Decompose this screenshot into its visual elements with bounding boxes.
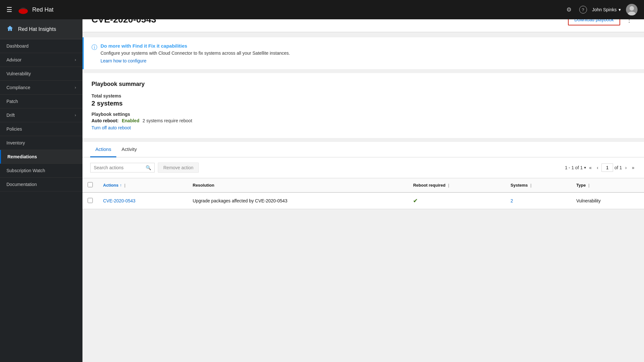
chevron-right-icon-drift: › xyxy=(75,113,76,117)
sidebar-item-vulnerability[interactable]: Vulnerability xyxy=(0,67,82,81)
search-input[interactable] xyxy=(94,165,144,170)
prev-page-button[interactable]: ‹ xyxy=(595,164,601,172)
main-content: Remediations › CVE-2020-0543 CVE-2020-05… xyxy=(82,0,644,343)
pagination: 1 - 1 of 1 ▾ « ‹ of 1 › » xyxy=(565,163,636,172)
sidebar-item-documentation[interactable]: Documentation xyxy=(0,178,82,191)
hamburger-menu[interactable]: ☰ xyxy=(6,6,12,14)
auto-reboot-label: Auto reboot: xyxy=(91,118,119,123)
sidebar-home[interactable]: Red Hat Insights xyxy=(0,19,82,39)
tabs-bar: Actions Activity xyxy=(82,142,644,157)
brand-link[interactable]: Red Hat xyxy=(17,4,53,15)
sidebar-item-inventory[interactable]: Inventory xyxy=(0,136,82,150)
sidebar-item-remediations[interactable]: Remediations xyxy=(0,150,82,164)
page-of-label: of 1 xyxy=(614,165,622,170)
select-all-column xyxy=(82,178,98,193)
resolution-cell: Upgrade packages affected by CVE-2020-05… xyxy=(187,192,408,209)
chevron-right-icon-compliance: › xyxy=(75,85,76,90)
search-box: 🔍 xyxy=(90,163,155,172)
info-banner-link[interactable]: Learn how to configure xyxy=(101,58,146,63)
sidebar-item-advisor[interactable]: Advisor › xyxy=(0,53,82,67)
brand-name: Red Hat xyxy=(32,6,53,13)
top-navigation: ☰ Red Hat ⚙ ? John Spinks ▾ xyxy=(0,0,644,19)
search-icon[interactable]: 🔍 xyxy=(146,165,151,170)
avatar-image xyxy=(626,4,638,15)
table-header-row: Actions ↑ | Resolution xyxy=(82,178,644,193)
reboot-column-header: Reboot required | xyxy=(408,178,505,193)
info-banner-title: Do more with Find it Fix it capabilities xyxy=(101,43,290,49)
sidebar-label-compliance: Compliance xyxy=(6,85,30,90)
sidebar-label-dashboard: Dashboard xyxy=(6,43,29,49)
type-label: Type xyxy=(576,183,586,188)
sidebar-label-documentation: Documentation xyxy=(6,182,37,187)
page-number-input[interactable] xyxy=(601,163,613,172)
reboot-required-cell: ✔ xyxy=(408,192,505,209)
action-link[interactable]: CVE-2020-0543 xyxy=(103,198,135,203)
dropdown-icon: ▾ xyxy=(619,7,621,12)
reboot-col-sep: | xyxy=(448,183,449,188)
chevron-down-icon[interactable]: ▾ xyxy=(584,165,586,170)
row-checkbox[interactable] xyxy=(88,198,93,203)
sidebar-item-drift[interactable]: Drift › xyxy=(0,108,82,122)
type-cell: Vulnerability xyxy=(571,192,644,209)
sidebar-label-policies: Policies xyxy=(6,126,22,132)
sidebar-item-compliance[interactable]: Compliance › xyxy=(0,81,82,95)
action-cell: CVE-2020-0543 xyxy=(98,192,187,209)
user-menu[interactable]: John Spinks ▾ xyxy=(592,7,621,12)
first-page-button[interactable]: « xyxy=(587,164,594,172)
sort-asc-icon: ↑ xyxy=(120,183,122,188)
redhat-logo xyxy=(17,4,29,15)
next-page-button[interactable]: › xyxy=(623,164,629,172)
systems-label: Systems xyxy=(511,183,528,188)
user-name: John Spinks xyxy=(592,7,617,12)
actions-sort-link[interactable]: Actions xyxy=(103,183,119,188)
sidebar: Red Hat Insights Dashboard Advisor › Vul… xyxy=(0,19,82,343)
select-all-checkbox[interactable] xyxy=(88,182,93,187)
actions-column-header: Actions ↑ | xyxy=(98,178,187,193)
sidebar-item-subscription[interactable]: Subscription Watch xyxy=(0,164,82,178)
resolution-column-header: Resolution xyxy=(187,178,408,193)
auto-reboot-row: Auto reboot: Enabled 2 systems require r… xyxy=(91,118,635,123)
sidebar-item-policies[interactable]: Policies xyxy=(0,122,82,136)
last-page-button[interactable]: » xyxy=(630,164,636,172)
type-column-header: Type | xyxy=(571,178,644,193)
pagination-range: 1 - 1 of 1 xyxy=(565,165,582,170)
reboot-check-icon: ✔ xyxy=(413,198,418,204)
sidebar-label-remediations: Remediations xyxy=(7,154,37,159)
info-banner: ⓘ Do more with Find it Fix it capabiliti… xyxy=(82,37,644,69)
table-row: CVE-2020-0543 Upgrade packages affected … xyxy=(82,192,644,209)
reboot-label: Reboot required xyxy=(413,183,445,188)
systems-count-link[interactable]: 2 xyxy=(511,198,513,203)
tab-actions[interactable]: Actions xyxy=(90,142,116,157)
auto-reboot-status: Enabled xyxy=(122,118,139,123)
svg-point-3 xyxy=(630,6,634,11)
tab-activity[interactable]: Activity xyxy=(116,142,142,157)
help-icon[interactable]: ? xyxy=(579,6,587,14)
settings-icon[interactable]: ⚙ xyxy=(566,6,572,13)
sidebar-item-dashboard[interactable]: Dashboard xyxy=(0,39,82,53)
sidebar-item-patch[interactable]: Patch xyxy=(0,95,82,108)
turn-off-auto-reboot-link[interactable]: Turn off auto reboot xyxy=(91,125,131,130)
sidebar-label-advisor: Advisor xyxy=(6,57,22,62)
systems-count-cell: 2 xyxy=(505,192,571,209)
row-checkbox-cell xyxy=(82,192,98,209)
info-banner-description: Configure your systems with Cloud Connec… xyxy=(101,51,290,56)
user-avatar[interactable] xyxy=(626,4,638,15)
systems-col-sep: | xyxy=(530,183,532,188)
sidebar-label-drift: Drift xyxy=(6,113,15,118)
playbook-settings-label: Playbook settings xyxy=(91,112,635,117)
remove-action-button[interactable]: Remove action xyxy=(158,162,199,173)
total-systems-label: Total systems xyxy=(91,93,635,98)
info-circle-icon: ⓘ xyxy=(91,43,97,51)
sidebar-label-patch: Patch xyxy=(6,99,18,104)
sidebar-label-vulnerability: Vulnerability xyxy=(6,71,31,76)
sidebar-home-label: Red Hat Insights xyxy=(18,26,56,32)
total-systems-value: 2 systems xyxy=(91,100,635,107)
resolution-label: Resolution xyxy=(193,183,214,188)
systems-column-header: Systems | xyxy=(505,178,571,193)
table-toolbar: 🔍 Remove action 1 - 1 of 1 ▾ « ‹ of 1 › … xyxy=(82,157,644,178)
actions-table: Actions ↑ | Resolution xyxy=(82,178,644,209)
chevron-right-icon: › xyxy=(75,58,76,62)
playbook-summary-title: Playbook summary xyxy=(91,81,635,88)
reboot-note: 2 systems require reboot xyxy=(142,118,192,123)
playbook-summary-card: Playbook summary Total systems 2 systems… xyxy=(82,73,644,138)
